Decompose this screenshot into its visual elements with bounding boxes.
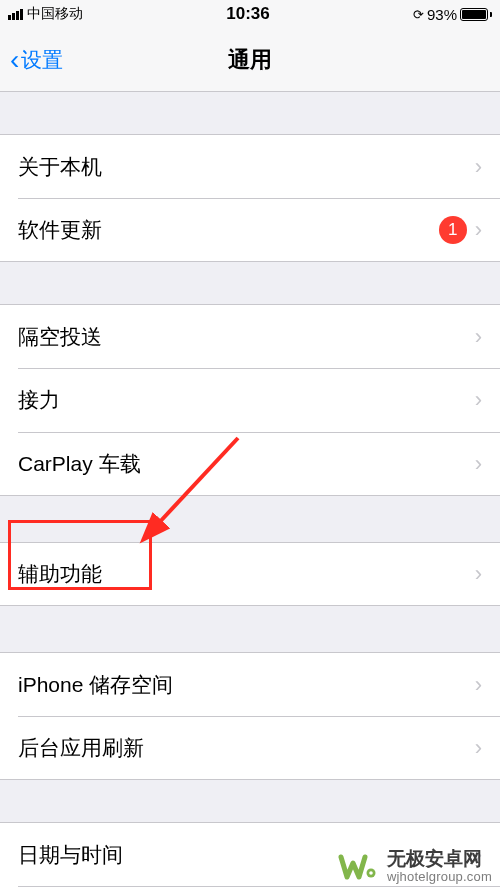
status-time: 10:36 bbox=[226, 4, 269, 24]
cell-label: 关于本机 bbox=[18, 153, 475, 181]
watermark-title: 无极安卓网 bbox=[387, 848, 492, 870]
chevron-right-icon: › bbox=[475, 735, 482, 761]
cell-software-update[interactable]: 软件更新 1 › bbox=[0, 198, 500, 262]
page-title: 通用 bbox=[0, 45, 500, 75]
nav-bar: ‹ 设置 通用 bbox=[0, 28, 500, 92]
watermark-logo-icon bbox=[337, 849, 381, 885]
cell-airdrop[interactable]: 隔空投送 › bbox=[0, 304, 500, 368]
cell-handoff[interactable]: 接力 › bbox=[0, 368, 500, 432]
section-gap bbox=[0, 780, 500, 822]
cell-label: 辅助功能 bbox=[18, 560, 475, 588]
chevron-right-icon: › bbox=[475, 154, 482, 180]
chevron-right-icon: › bbox=[475, 217, 482, 243]
cell-label: 后台应用刷新 bbox=[18, 734, 475, 762]
section-gap bbox=[0, 262, 500, 304]
cell-storage[interactable]: iPhone 储存空间 › bbox=[0, 652, 500, 716]
status-left: 中国移动 bbox=[8, 5, 83, 23]
badge: 1 bbox=[439, 216, 467, 244]
chevron-right-icon: › bbox=[475, 672, 482, 698]
cell-about[interactable]: 关于本机 › bbox=[0, 134, 500, 198]
chevron-right-icon: › bbox=[475, 387, 482, 413]
cell-label: 软件更新 bbox=[18, 216, 439, 244]
status-bar: 中国移动 10:36 ⟳ 93% bbox=[0, 0, 500, 28]
battery-icon bbox=[460, 8, 492, 21]
cell-label: 隔空投送 bbox=[18, 323, 475, 351]
section-gap bbox=[0, 92, 500, 134]
watermark-sub: wjhotelgroup.com bbox=[387, 870, 492, 885]
cell-label: CarPlay 车载 bbox=[18, 450, 475, 478]
chevron-right-icon: › bbox=[475, 324, 482, 350]
cell-background-refresh[interactable]: 后台应用刷新 › bbox=[0, 716, 500, 780]
cell-label: iPhone 储存空间 bbox=[18, 671, 475, 699]
cell-label: 接力 bbox=[18, 386, 475, 414]
section-gap bbox=[0, 606, 500, 652]
cell-keyboard[interactable]: 键盘 bbox=[0, 886, 500, 895]
chevron-right-icon: › bbox=[475, 561, 482, 587]
chevron-right-icon: › bbox=[475, 451, 482, 477]
signal-icon bbox=[8, 9, 23, 20]
chevron-left-icon: ‹ bbox=[10, 46, 19, 74]
cell-carplay[interactable]: CarPlay 车载 › bbox=[0, 432, 500, 496]
section-gap bbox=[0, 496, 500, 542]
svg-point-2 bbox=[369, 871, 373, 875]
watermark: 无极安卓网 wjhotelgroup.com bbox=[337, 848, 492, 885]
cell-accessibility[interactable]: 辅助功能 › bbox=[0, 542, 500, 606]
battery-percent: 93% bbox=[427, 6, 457, 23]
status-right: ⟳ 93% bbox=[413, 6, 492, 23]
back-label: 设置 bbox=[21, 46, 63, 74]
back-button[interactable]: ‹ 设置 bbox=[10, 46, 63, 74]
carrier-label: 中国移动 bbox=[27, 5, 83, 23]
lock-icon: ⟳ bbox=[413, 7, 424, 22]
